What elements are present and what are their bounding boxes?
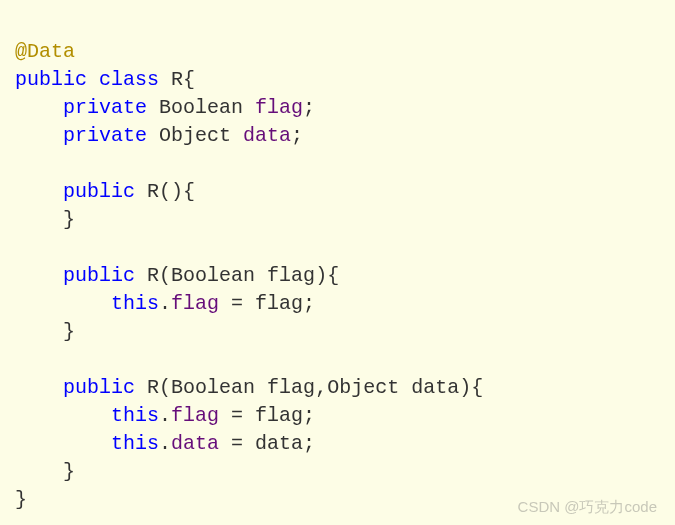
indent <box>15 320 63 343</box>
keyword-class: class <box>99 68 159 91</box>
equals: = <box>219 404 255 427</box>
keyword-private: private <box>63 124 147 147</box>
constructor-name: R <box>147 180 159 203</box>
brace-close: } <box>63 320 75 343</box>
keyword-this: this <box>111 432 159 455</box>
keyword-public: public <box>63 264 135 287</box>
constructor-name: R <box>147 376 159 399</box>
param-type: Boolean <box>171 264 255 287</box>
indent <box>15 180 63 203</box>
field-data: data <box>243 124 291 147</box>
indent <box>15 96 63 119</box>
equals: = <box>219 292 255 315</box>
indent <box>15 460 63 483</box>
type: Object <box>159 124 231 147</box>
indent <box>15 124 63 147</box>
param-type: Boolean <box>171 376 255 399</box>
indent <box>15 292 111 315</box>
param-type: Object <box>327 376 399 399</box>
equals: = <box>219 432 255 455</box>
class-name: R <box>171 68 183 91</box>
code-block: @Data public class R{ private Boolean fl… <box>15 10 660 514</box>
param-name: flag <box>267 264 315 287</box>
semicolon: ; <box>303 96 315 119</box>
keyword-public: public <box>63 376 135 399</box>
semicolon: ; <box>303 292 315 315</box>
paren-open: ( <box>159 376 171 399</box>
field-flag: flag <box>255 96 303 119</box>
dot: . <box>159 432 171 455</box>
semicolon: ; <box>291 124 303 147</box>
comma: , <box>315 376 327 399</box>
brace-open: { <box>471 376 483 399</box>
watermark: CSDN @巧克力code <box>518 496 657 517</box>
brace-open: { <box>183 68 195 91</box>
brace-close: } <box>63 460 75 483</box>
paren-close: ) <box>459 376 471 399</box>
indent <box>15 432 111 455</box>
variable: data <box>255 432 303 455</box>
param-name: data <box>411 376 459 399</box>
brace-close: } <box>15 488 27 511</box>
paren-open: ( <box>159 264 171 287</box>
param-name: flag <box>267 376 315 399</box>
field-flag: flag <box>171 292 219 315</box>
keyword-this: this <box>111 292 159 315</box>
keyword-public: public <box>15 68 87 91</box>
type: Boolean <box>159 96 243 119</box>
brace-close: } <box>63 208 75 231</box>
annotation: @Data <box>15 40 75 63</box>
semicolon: ; <box>303 432 315 455</box>
constructor-name: R <box>147 264 159 287</box>
paren-close: ) <box>315 264 327 287</box>
field-flag: flag <box>171 404 219 427</box>
indent <box>15 208 63 231</box>
indent <box>15 376 63 399</box>
variable: flag <box>255 292 303 315</box>
params: () <box>159 180 183 203</box>
dot: . <box>159 292 171 315</box>
keyword-this: this <box>111 404 159 427</box>
semicolon: ; <box>303 404 315 427</box>
brace-open: { <box>183 180 195 203</box>
brace-open: { <box>327 264 339 287</box>
indent <box>15 264 63 287</box>
variable: flag <box>255 404 303 427</box>
keyword-private: private <box>63 96 147 119</box>
indent <box>15 404 111 427</box>
field-data: data <box>171 432 219 455</box>
dot: . <box>159 404 171 427</box>
keyword-public: public <box>63 180 135 203</box>
